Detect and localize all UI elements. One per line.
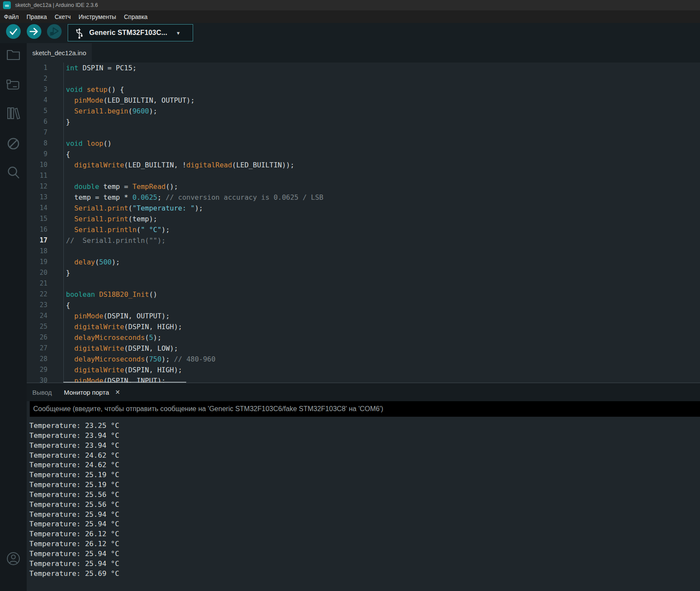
line-number: 6 [27, 116, 63, 127]
sidebar-item-search[interactable] [0, 165, 27, 180]
line-number: 15 [27, 214, 63, 224]
serial-output-line: Temperature: 23.25 °C [29, 421, 700, 431]
account-icon [6, 552, 20, 566]
serial-output-line: Temperature: 26.12 °C [29, 529, 700, 539]
code-line[interactable]: Serial1.print(temp); [66, 214, 700, 224]
line-number: 29 [27, 365, 63, 375]
debug-button[interactable] [47, 24, 62, 39]
code-line[interactable]: Serial1.print("Temperature: "); [66, 203, 700, 214]
line-number: 18 [27, 246, 63, 257]
serial-output-line: Temperature: 24.62 °C [29, 460, 700, 470]
code-line[interactable] [66, 278, 700, 289]
line-number: 3 [27, 84, 63, 95]
upload-button[interactable] [27, 24, 41, 39]
code-line[interactable]: Serial1.begin(9600); [66, 106, 700, 116]
line-number: 13 [27, 192, 63, 203]
chevron-down-icon: ▾ [177, 30, 180, 36]
code-line[interactable]: // Serial1.println(""); [66, 235, 700, 246]
serial-output-line: Temperature: 23.94 °C [29, 441, 700, 451]
code-line[interactable]: { [66, 149, 700, 160]
panel-tab-bar: ВыводМонитор порта✕ [27, 383, 700, 401]
code-line[interactable]: digitalWrite(DSPIN, HIGH); [66, 365, 700, 375]
line-number: 24 [27, 311, 63, 321]
line-number: 10 [27, 160, 63, 170]
code-line[interactable] [66, 246, 700, 257]
code-line[interactable]: int DSPIN = PC15; [66, 63, 700, 73]
window-title: sketch_dec12a | Arduino IDE 2.3.6 [15, 2, 98, 8]
serial-output-line: Temperature: 26.12 °C [29, 539, 700, 549]
menu-bar: ФайлПравкаСкетчИнструментыСправка [0, 10, 700, 23]
check-icon [6, 24, 21, 39]
code-line[interactable]: pinMode(DSPIN, OUTPUT); [66, 311, 700, 321]
code-line[interactable]: { [66, 300, 700, 311]
tab-label: sketch_dec12a.ino [32, 49, 86, 57]
panel-tab-serial-monitor[interactable]: Монитор порта [64, 389, 109, 396]
menu-item-tools[interactable]: Инструменты [75, 10, 120, 23]
sidebar-item-account[interactable] [0, 552, 27, 566]
menu-item-edit[interactable]: Правка [22, 10, 50, 23]
serial-output-line: Temperature: 25.19 °C [29, 470, 700, 480]
title-bar: ∞ sketch_dec12a | Arduino IDE 2.3.6 [0, 0, 700, 10]
code-line[interactable]: Serial1.println(" °C"); [66, 224, 700, 235]
code-line[interactable] [66, 127, 700, 138]
line-number: 7 [27, 127, 63, 138]
tab-sketch-file[interactable]: sketch_dec12a.ino [27, 43, 92, 63]
sidebar-item-debug[interactable] [0, 137, 27, 151]
sidebar-item-boards-manager[interactable] [0, 79, 27, 91]
line-number: 17 [27, 235, 63, 246]
line-number: 21 [27, 278, 63, 289]
code-line[interactable]: temp = temp * 0.0625; // conversion accu… [66, 192, 700, 203]
line-number: 19 [27, 257, 63, 267]
sidebar-item-library-manager[interactable] [0, 107, 27, 120]
serial-output-line: Temperature: 23.94 °C [29, 431, 700, 441]
panel-tab-output[interactable]: Вывод [32, 389, 52, 396]
code-line[interactable]: pinMode(LED_BUILTIN, OUTPUT); [66, 95, 700, 106]
line-number: 16 [27, 224, 63, 235]
line-number: 9 [27, 149, 63, 160]
line-number: 25 [27, 321, 63, 332]
code-editor[interactable]: 1234567891011121314151617181920212223242… [27, 63, 700, 383]
line-number: 23 [27, 300, 63, 311]
code-line[interactable] [66, 170, 700, 181]
sidebar-item-sketchbook[interactable] [0, 48, 27, 61]
menu-item-file[interactable]: Файл [0, 10, 22, 23]
code-line[interactable]: digitalWrite(LED_BUILTIN, !digitalRead(L… [66, 160, 700, 170]
code-line[interactable]: double temp = TempRead(); [66, 181, 700, 192]
line-number: 14 [27, 203, 63, 214]
toolbar: Generic STM32F103C... ▾ [0, 23, 700, 43]
board-selector-label: Generic STM32F103C... [89, 29, 167, 37]
board-selector-dropdown[interactable]: Generic STM32F103C... ▾ [68, 24, 193, 41]
activity-bar [0, 43, 27, 591]
code-line[interactable]: } [66, 116, 700, 127]
line-number: 11 [27, 170, 63, 181]
close-panel-icon[interactable]: ✕ [115, 389, 120, 396]
editor-gutter: 1234567891011121314151617181920212223242… [27, 63, 63, 383]
debug-icon [47, 24, 62, 39]
serial-output-line: Temperature: 25.94 °C [29, 510, 700, 520]
code-line[interactable]: delayMicroseconds(5); [66, 332, 700, 343]
line-number: 20 [27, 267, 63, 278]
code-line[interactable]: digitalWrite(DSPIN, HIGH); [66, 321, 700, 332]
code-line[interactable]: } [66, 267, 700, 278]
code-line[interactable]: digitalWrite(DSPIN, LOW); [66, 343, 700, 354]
code-line[interactable]: boolean DS18B20_Init() [66, 289, 700, 300]
line-number: 2 [27, 73, 63, 84]
menu-item-help[interactable]: Справка [120, 10, 151, 23]
code-line[interactable] [66, 73, 700, 84]
serial-message-input[interactable]: Сообщение (введите, чтобы отправить сооб… [30, 401, 700, 417]
line-number: 12 [27, 181, 63, 192]
code-line[interactable]: delayMicroseconds(750); // 480-960 [66, 354, 700, 365]
code-line[interactable]: void loop() [66, 138, 700, 149]
menu-item-sketch[interactable]: Скетч [51, 10, 75, 23]
line-number: 4 [27, 95, 63, 106]
code-line[interactable]: void setup() { [66, 84, 700, 95]
code-line[interactable]: delay(500); [66, 257, 700, 267]
line-number: 8 [27, 138, 63, 149]
usb-icon [75, 27, 84, 39]
serial-output-line: Temperature: 25.94 °C [29, 559, 700, 569]
board-chip-icon [6, 79, 21, 91]
right-arrow-icon [27, 24, 41, 39]
line-number: 30 [27, 375, 63, 383]
verify-button[interactable] [6, 24, 21, 39]
line-number: 26 [27, 332, 63, 343]
